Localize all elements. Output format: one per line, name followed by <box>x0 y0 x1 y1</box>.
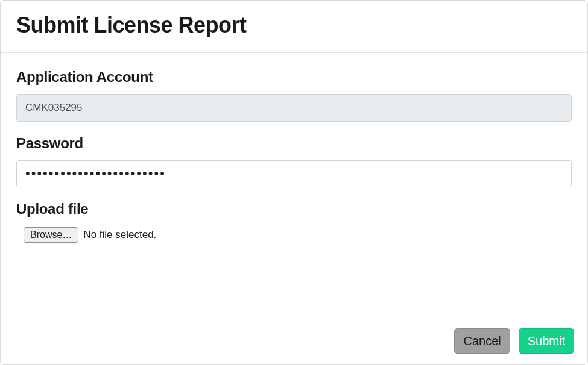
account-group: Application Account <box>16 69 572 122</box>
cancel-button[interactable]: Cancel <box>454 328 510 354</box>
password-group: Password <box>16 135 572 187</box>
browse-button[interactable]: Browse… <box>24 227 78 243</box>
upload-group: Upload file Browse… No file selected. <box>16 201 572 243</box>
account-label: Application Account <box>16 69 572 86</box>
file-status-text: No file selected. <box>83 229 156 241</box>
modal-header: Submit License Report <box>1 1 587 53</box>
upload-label: Upload file <box>16 201 572 217</box>
modal-footer: Cancel Submit <box>1 317 587 364</box>
file-row: Browse… No file selected. <box>16 226 572 243</box>
submit-license-report-modal: Submit License Report Application Accoun… <box>0 0 588 365</box>
password-input[interactable] <box>16 160 572 187</box>
password-label: Password <box>16 135 572 152</box>
modal-title: Submit License Report <box>16 13 572 38</box>
account-input <box>16 94 572 122</box>
submit-button[interactable]: Submit <box>519 328 574 354</box>
modal-body: Application Account Password Upload file… <box>1 53 587 317</box>
